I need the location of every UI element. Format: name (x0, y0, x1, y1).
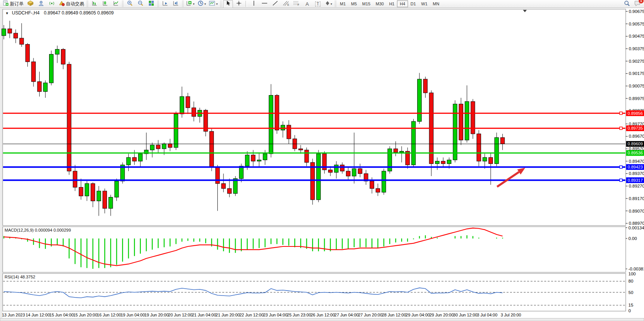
candle-body (156, 145, 160, 149)
line-chart-button[interactable] (111, 0, 121, 8)
chart-symbol-period: USDCHF-,H4 (12, 10, 40, 16)
chart-canvas[interactable]: 0.906750.905750.904750.903750.902750.901… (0, 0, 644, 321)
template-button[interactable]: ▾ (208, 0, 219, 8)
chart-dropdown-caret[interactable]: ▼ (5, 11, 9, 15)
signals-icon (49, 0, 55, 7)
timeframe-button-H4[interactable]: H4 (397, 0, 408, 7)
timeframe-button-M15[interactable]: M15 (360, 0, 373, 7)
fibonacci-button[interactable]: F (292, 0, 301, 8)
shapes-button[interactable]: ▾ (324, 0, 333, 8)
candle-body (103, 191, 107, 208)
candle-body (79, 187, 83, 196)
trendline-button[interactable] (270, 0, 280, 8)
candle-body (26, 44, 30, 62)
price-axis-tick-label: 0.90575 (629, 22, 644, 26)
chevron-down-icon: ▾ (193, 2, 194, 6)
quotes-button[interactable] (26, 0, 35, 8)
candle-body (483, 157, 487, 161)
candle-body (299, 149, 303, 150)
new-order-icon (3, 0, 9, 7)
periods-button[interactable]: ▾ (196, 0, 207, 8)
time-axis-label: 16 Jun 12:00 (97, 313, 121, 317)
chart-shift-icon (173, 0, 179, 7)
auto-trading-button[interactable]: 自动交易 (57, 0, 85, 8)
candle-body (435, 161, 440, 164)
current-price-tag-label: 0.89609 (628, 141, 643, 146)
timeframe-button-M30[interactable]: M30 (373, 0, 386, 7)
channel-button[interactable]: E (281, 0, 291, 8)
line-drag-handle[interactable] (620, 179, 622, 181)
time-axis-label: 21 Jun 20:00 (216, 313, 240, 317)
chart-shift-button[interactable] (171, 0, 181, 8)
line-drag-handle[interactable] (620, 127, 622, 130)
candle-chart-button[interactable] (100, 0, 110, 8)
time-axis-label: 3 Jul 20:00 (501, 313, 521, 317)
timeframe-button-W1[interactable]: W1 (419, 0, 430, 7)
chart-ohlc-values: 0.89647 0.89649 0.89605 0.89609 (44, 10, 114, 16)
zoom-in-icon (127, 0, 133, 7)
signals-button[interactable] (47, 0, 57, 8)
add-indicator-icon (186, 0, 192, 7)
line-drag-handle[interactable] (620, 166, 622, 168)
candle-body (257, 160, 261, 161)
community-button[interactable] (36, 0, 46, 8)
new-order-button[interactable]: 新订单 (2, 0, 25, 8)
timeframe-button-H1[interactable]: H1 (386, 0, 397, 7)
candle-body (85, 184, 89, 196)
candle-body (477, 134, 481, 161)
candle-body (501, 138, 505, 144)
time-axis-label: 25 Jun 23:00 (287, 313, 311, 317)
auto-scroll-button[interactable] (160, 0, 170, 8)
timeframe-button-D1[interactable]: D1 (408, 0, 419, 7)
alerts-button[interactable]: 1 (634, 0, 641, 8)
auto-trading-label: 自动交易 (66, 1, 84, 7)
candle-chart-icon (102, 0, 108, 7)
candle-body (317, 154, 321, 200)
candle-body (346, 171, 351, 176)
horizontal-line-button[interactable] (260, 0, 269, 8)
price-axis-tick-label: 0.89370 (629, 171, 644, 176)
fibonacci-icon: F (293, 0, 300, 7)
svg-text:F: F (298, 3, 299, 6)
vertical-line-button[interactable] (249, 0, 259, 8)
bar-chart-button[interactable] (89, 0, 99, 8)
bottom-strip (0, 318, 644, 321)
candle-body (334, 165, 338, 173)
candle-body (311, 162, 315, 200)
time-axis-label: 23 Jun 04:00 (263, 313, 287, 317)
crosshair-button[interactable] (234, 0, 244, 8)
text-label-button[interactable]: T (313, 0, 323, 8)
toolbar-grip (86, 1, 88, 7)
timeframe-button-M1[interactable]: M1 (337, 0, 348, 7)
price-tag-label: 0.89735 (628, 126, 643, 130)
time-axis-label: 3 Jul 04:00 (477, 313, 497, 317)
price-axis-tick-label: 0.89070 (629, 209, 644, 213)
price-axis-tick-label: 0.90675 (629, 9, 644, 14)
text-icon: A (306, 1, 309, 7)
text-button[interactable]: A (302, 0, 312, 8)
tile-windows-icon (148, 0, 154, 7)
tile-windows-button[interactable] (146, 0, 156, 8)
cursor-button[interactable] (223, 0, 233, 8)
candle-body (20, 38, 24, 44)
main-toolbar: 新订单 自动交易 ▾ ▾ (0, 0, 644, 8)
bar-chart-icon (92, 0, 97, 7)
zoom-in-button[interactable] (125, 0, 135, 8)
line-drag-handle[interactable] (620, 112, 622, 114)
zoom-out-button[interactable] (135, 0, 145, 8)
search-icon[interactable] (624, 0, 630, 8)
time-axis-label: 21 Jun 04:00 (192, 313, 216, 317)
timeframe-button-M5[interactable]: M5 (348, 0, 359, 7)
candle-body (400, 151, 404, 153)
svg-text:E: E (287, 3, 289, 6)
price-axis-tick-label: 0.90475 (629, 34, 644, 38)
line-chart-icon (113, 0, 119, 7)
time-axis-label: 28 Jun 12:00 (382, 313, 406, 317)
macd-panel[interactable] (3, 227, 626, 272)
price-tag-label: 0.89856 (628, 111, 643, 116)
candle-body (358, 168, 362, 173)
toolbar-grip (220, 1, 222, 7)
add-indicator-button[interactable]: ▾ (185, 0, 196, 8)
channel-icon: E (282, 0, 289, 7)
timeframe-button-MN[interactable]: MN (430, 0, 442, 7)
